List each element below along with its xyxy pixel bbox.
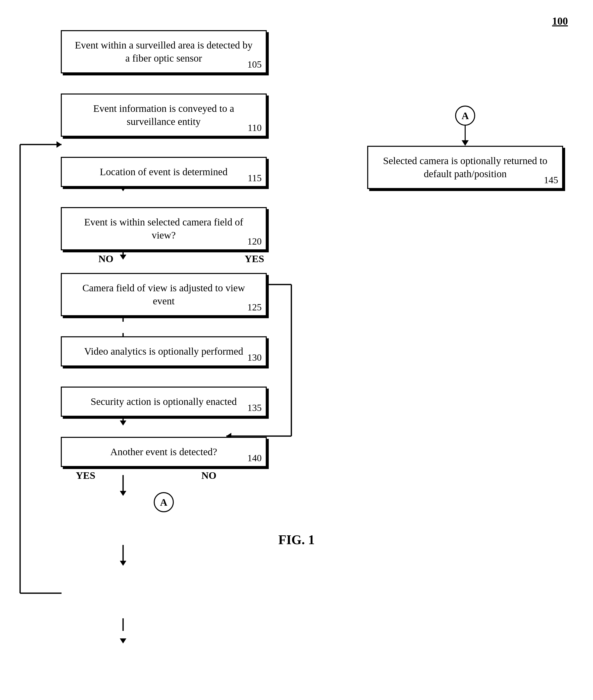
svg-marker-18 xyxy=(120,561,126,566)
box-135: Security action is optionally enacted 13… xyxy=(61,386,267,417)
box-120-text: Event is within selected camera field of… xyxy=(84,216,243,241)
box-130-text: Video analytics is optionally performed xyxy=(84,345,243,357)
no-label: NO xyxy=(98,253,114,265)
yes-label-140: YES xyxy=(76,470,95,481)
box-130: Video analytics is optionally performed … xyxy=(61,336,267,366)
box-140-text: Another event is detected? xyxy=(110,446,217,457)
box-145-number: 145 xyxy=(544,175,558,185)
figure-label: FIG. 1 xyxy=(20,532,573,547)
box-135-text: Security action is optionally enacted xyxy=(91,396,237,407)
box-105-text: Event within a surveilled area is detect… xyxy=(75,39,253,64)
box-125: Camera field of view is adjusted to view… xyxy=(61,273,267,316)
box-105-number: 105 xyxy=(247,59,262,70)
box-110: Event information is conveyed to a surve… xyxy=(61,94,267,137)
box-115: Location of event is determined 115 xyxy=(61,157,267,187)
no-label-140: NO xyxy=(201,470,216,481)
box-120: Event is within selected camera field of… xyxy=(61,207,267,250)
box-110-text: Event information is conveyed to a surve… xyxy=(93,103,234,127)
page-number: 100 xyxy=(552,15,568,27)
box-110-number: 110 xyxy=(248,122,262,133)
box-140-number: 140 xyxy=(247,452,262,464)
left-flowchart: Event within a surveilled area is detect… xyxy=(20,30,307,512)
box-140: Another event is detected? 140 xyxy=(61,437,267,467)
connector-a-bottom: A xyxy=(154,492,174,512)
box-115-number: 115 xyxy=(248,173,262,183)
box-145-text: Selected camera is optionally returned t… xyxy=(383,155,547,180)
box-130-number: 130 xyxy=(247,352,262,363)
yes-label-120: YES xyxy=(245,253,264,265)
box-135-number: 135 xyxy=(247,402,262,413)
box-145: Selected camera is optionally returned t… xyxy=(367,146,563,189)
box-115-text: Location of event is determined xyxy=(100,166,228,178)
connector-a-top: A xyxy=(455,106,475,126)
box-105: Event within a surveilled area is detect… xyxy=(61,30,267,73)
box-125-text: Camera field of view is adjusted to view… xyxy=(82,282,245,307)
box-120-number: 120 xyxy=(247,236,262,247)
right-flowchart: A Selected camera is optionally returned… xyxy=(357,106,573,189)
svg-marker-20 xyxy=(120,638,126,643)
box-125-number: 125 xyxy=(247,302,262,313)
